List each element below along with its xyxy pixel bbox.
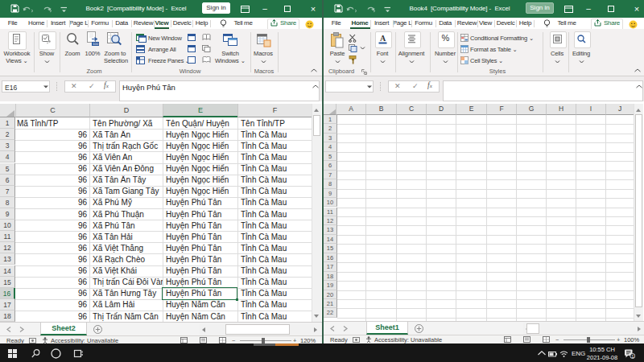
svg-text:100: 100 — [93, 42, 99, 46]
svg-text:A: A — [380, 34, 386, 43]
